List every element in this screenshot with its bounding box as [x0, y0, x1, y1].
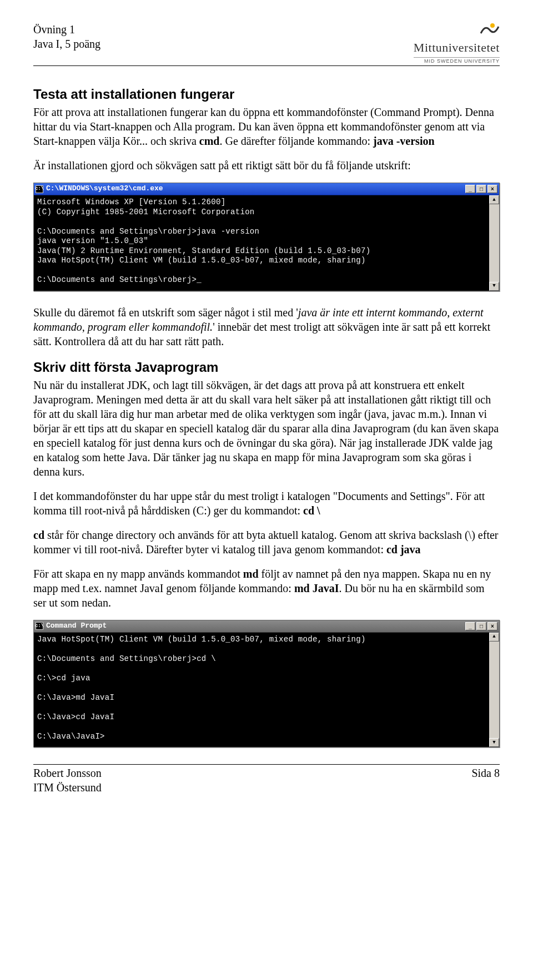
scroll-up-icon[interactable]: ▲ [489, 633, 499, 641]
cmd2-titlebar: c:\ Command Prompt _ □ × [34, 620, 499, 633]
page-header: Övning 1 Java I, 5 poäng Mittuniversitet… [33, 22, 500, 66]
maximize-button[interactable]: □ [476, 185, 486, 193]
footer-left: Robert Jonsson ITM Östersund [33, 766, 102, 795]
page-footer: Robert Jonsson ITM Östersund Sida 8 [33, 764, 500, 795]
svg-point-0 [490, 23, 495, 28]
cd-explanation-paragraph: cd står för change directory och används… [33, 528, 500, 557]
error-explanation-paragraph: Skulle du däremot få en utskrift som säg… [33, 305, 500, 348]
course-exercise: Övning 1 [33, 22, 100, 37]
command-prompt-window-1: c:\ C:\WINDOWS\system32\cmd.exe _ □ × Mi… [33, 183, 500, 291]
cmd-icon: c:\ [36, 622, 43, 630]
page-number: Sida 8 [471, 766, 500, 795]
scroll-down-icon[interactable]: ▼ [489, 738, 499, 747]
maximize-button[interactable]: □ [476, 622, 486, 630]
scroll-up-icon[interactable]: ▲ [489, 195, 499, 204]
header-left: Övning 1 Java I, 5 poäng [33, 22, 100, 51]
command-prompt-window-2: c:\ Command Prompt _ □ × Java HotSpot(TM… [33, 620, 500, 747]
logo-subtitle: MID SWEDEN UNIVERSITY [414, 57, 500, 65]
cmd1-title-text: C:\WINDOWS\system32\cmd.exe [46, 184, 163, 194]
root-nav-paragraph: I det kommandofönster du har uppe står d… [33, 489, 500, 518]
course-name: Java I, 5 poäng [33, 37, 100, 51]
cmd2-title-text: Command Prompt [46, 622, 107, 631]
university-logo: Mittuniversitetet MID SWEDEN UNIVERSITY [414, 22, 500, 64]
minimize-button[interactable]: _ [465, 622, 475, 630]
section-heading-test-installation: Testa att installationen fungerar [33, 85, 500, 103]
minimize-button[interactable]: _ [465, 185, 475, 193]
cmd1-body: Microsoft Windows XP [Version 5.1.2600] … [34, 195, 499, 291]
logo-text: Mittuniversitetet [414, 40, 500, 56]
window-buttons: _ □ × [465, 185, 497, 193]
intro-paragraph-1: För att prova att installationen fungera… [33, 105, 500, 148]
author-name: Robert Jonsson [33, 766, 102, 780]
cmd1-titlebar: c:\ C:\WINDOWS\system32\cmd.exe _ □ × [34, 183, 499, 195]
scroll-down-icon[interactable]: ▼ [489, 282, 499, 291]
md-explanation-paragraph: För att skapa en ny mapp används kommand… [33, 567, 500, 610]
logo-icon [480, 22, 500, 39]
department: ITM Östersund [33, 780, 102, 795]
close-button[interactable]: × [487, 185, 497, 193]
intro-paragraph-2: Är installationen gjord och sökvägen sat… [33, 158, 500, 173]
cmd-icon: c:\ [36, 185, 43, 193]
close-button[interactable]: × [487, 622, 497, 630]
section-heading-first-program: Skriv ditt första Javaprogram [33, 358, 500, 376]
window-buttons: _ □ × [465, 622, 497, 630]
first-program-paragraph: Nu när du installerat JDK, och lagt till… [33, 378, 500, 479]
cmd2-body: Java HotSpot(TM) Client VM (build 1.5.0_… [34, 633, 499, 747]
